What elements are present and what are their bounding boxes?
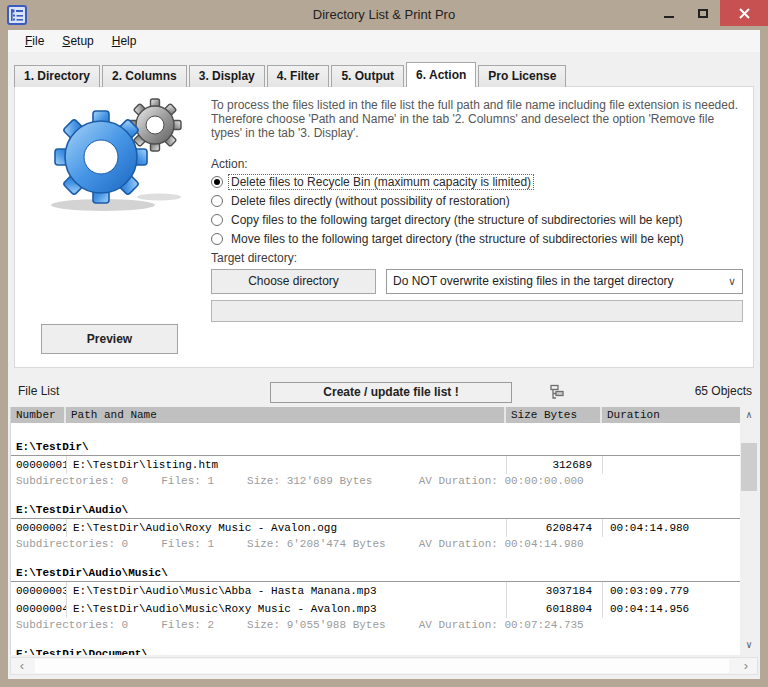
create-update-list-button[interactable]: Create / update file list ! [270, 382, 512, 403]
table-header: Number Path and Name Size Bytes Duration [11, 407, 740, 423]
maximize-button[interactable] [686, 0, 720, 26]
preview-button[interactable]: Preview [41, 324, 178, 354]
app-window: Directory List & Print Pro File Setup He… [0, 0, 768, 687]
file-number: 00000004 [11, 600, 66, 618]
file-duration: 00:04:14.980 [602, 519, 739, 537]
radio-icon [211, 214, 223, 226]
radio-selected-icon [211, 176, 223, 188]
radio-label: Copy files to the following target direc… [229, 213, 685, 227]
tab-columns[interactable]: 2. Columns [102, 65, 187, 87]
file-path: E:\TestDir\Audio\Roxy Music - Avalon.ogg [66, 519, 506, 537]
summary-row: Subdirectories: 0 Files: 1 Size: 6'208'4… [11, 537, 740, 553]
scroll-up-icon[interactable]: ∧ [740, 408, 758, 424]
file-duration: 00:04:14.956 [602, 600, 739, 618]
tab-output[interactable]: 5. Output [331, 65, 404, 87]
file-size: 3037184 [506, 582, 602, 600]
close-icon [739, 8, 750, 19]
tab-directory[interactable]: 1. Directory [14, 65, 100, 87]
tab-pro-license[interactable]: Pro License [478, 65, 566, 87]
gears-icon [37, 93, 195, 218]
file-row[interactable]: 00000003 E:\TestDir\Audio\Music\Abba - H… [11, 582, 740, 600]
file-path: E:\TestDir\Audio\Music\Roxy Music - Aval… [66, 600, 506, 618]
vertical-scroll-thumb[interactable] [741, 443, 757, 491]
menu-help[interactable]: Help [103, 32, 146, 50]
col-duration[interactable]: Duration [602, 407, 739, 423]
file-path: E:\TestDir\Audio\Music\Abba - Hasta Mana… [66, 582, 506, 600]
radio-icon [211, 195, 223, 207]
col-size[interactable]: Size Bytes [506, 407, 602, 423]
file-row[interactable]: 00000002 E:\TestDir\Audio\Roxy Music - A… [11, 519, 740, 537]
objects-count: 65 Objects [695, 384, 752, 398]
radio-icon [211, 233, 223, 245]
minimize-button[interactable] [652, 0, 686, 26]
file-duration: 00:03:09.779 [602, 582, 739, 600]
directory-row[interactable]: E:\TestDir\Audio\ [11, 502, 740, 519]
radio-copy-files[interactable]: Copy files to the following target direc… [211, 210, 686, 229]
action-tab-panel: To process the files listed in the file … [14, 86, 754, 368]
tab-display[interactable]: 3. Display [189, 65, 265, 87]
filelist-label: File List [18, 384, 59, 398]
tab-action[interactable]: 6. Action [406, 62, 476, 87]
radio-label: Move files to the following target direc… [229, 232, 686, 246]
scroll-right-icon[interactable]: › [737, 658, 755, 674]
overwrite-mode-value: Do NOT overwrite existing files in the t… [393, 274, 674, 288]
file-row[interactable]: 00000004 E:\TestDir\Audio\Music\Roxy Mus… [11, 600, 740, 618]
menu-file[interactable]: File [16, 32, 53, 50]
close-button[interactable] [720, 0, 768, 26]
summary-row: Subdirectories: 0 Files: 1 Size: 312'689… [11, 474, 740, 490]
overwrite-mode-dropdown[interactable]: Do NOT overwrite existing files in the t… [386, 269, 743, 294]
menu-setup[interactable]: Setup [53, 32, 102, 50]
maximize-icon [698, 9, 708, 18]
file-number: 00000002 [11, 519, 66, 537]
directory-row[interactable]: E:\TestDir\Audio\Music\ [11, 565, 740, 582]
action-description: To process the files listed in the file … [211, 98, 743, 140]
chevron-down-icon: ∨ [728, 270, 736, 293]
directory-row[interactable]: E:\TestDir\ [11, 439, 740, 456]
file-number: 00000001 [11, 456, 66, 474]
filelist-toolbar: File List Create / update file list ! 65… [10, 378, 758, 404]
horizontal-scroll-thumb[interactable] [35, 659, 729, 673]
radio-delete-recycle[interactable]: Delete files to Recycle Bin (maximum cap… [211, 172, 686, 191]
table-body[interactable]: E:\TestDir\ 00000001 E:\TestDir\listing.… [11, 423, 740, 655]
file-size: 6018804 [506, 600, 602, 618]
vertical-scrollbar[interactable]: ∧ ∨ [740, 407, 758, 655]
summary-row: Subdirectories: 0 Files: 2 Size: 9'055'9… [11, 618, 740, 634]
action-label: Action: [211, 157, 248, 171]
radio-label: Delete files directly (without possibili… [229, 194, 512, 208]
scroll-left-icon[interactable]: ‹ [13, 658, 31, 674]
col-number[interactable]: Number [11, 407, 66, 423]
radio-move-files[interactable]: Move files to the following target direc… [211, 229, 686, 248]
file-number: 00000003 [11, 582, 66, 600]
choose-directory-button[interactable]: Choose directory [211, 269, 376, 294]
titlebar: Directory List & Print Pro [0, 0, 768, 30]
file-duration [602, 456, 739, 474]
window-body: File Setup Help 1. Directory 2. Columns … [8, 30, 760, 679]
horizontal-scrollbar[interactable]: ‹ › [10, 657, 758, 675]
file-path: E:\TestDir\listing.htm [66, 456, 506, 474]
minimize-icon [664, 16, 674, 18]
file-size: 6208474 [506, 519, 602, 537]
target-directory-label: Target directory: [211, 251, 297, 265]
tab-filter[interactable]: 4. Filter [267, 65, 330, 87]
menubar: File Setup Help [8, 30, 760, 52]
directory-row[interactable]: E:\TestDir\Document\ [11, 646, 740, 655]
file-size: 312689 [506, 456, 602, 474]
radio-label: Delete files to Recycle Bin (maximum cap… [229, 175, 533, 189]
tree-view-icon[interactable] [549, 384, 565, 400]
scroll-down-icon[interactable]: ∨ [740, 638, 758, 654]
action-options: Delete files to Recycle Bin (maximum cap… [211, 172, 686, 248]
target-path-field[interactable] [211, 300, 743, 322]
col-path[interactable]: Path and Name [66, 407, 506, 423]
file-row[interactable]: 00000001 E:\TestDir\listing.htm 312689 [11, 456, 740, 474]
radio-delete-directly[interactable]: Delete files directly (without possibili… [211, 191, 686, 210]
filelist-table: Number Path and Name Size Bytes Duration… [10, 407, 758, 655]
tab-strip: 1. Directory 2. Columns 3. Display 4. Fi… [14, 62, 568, 87]
